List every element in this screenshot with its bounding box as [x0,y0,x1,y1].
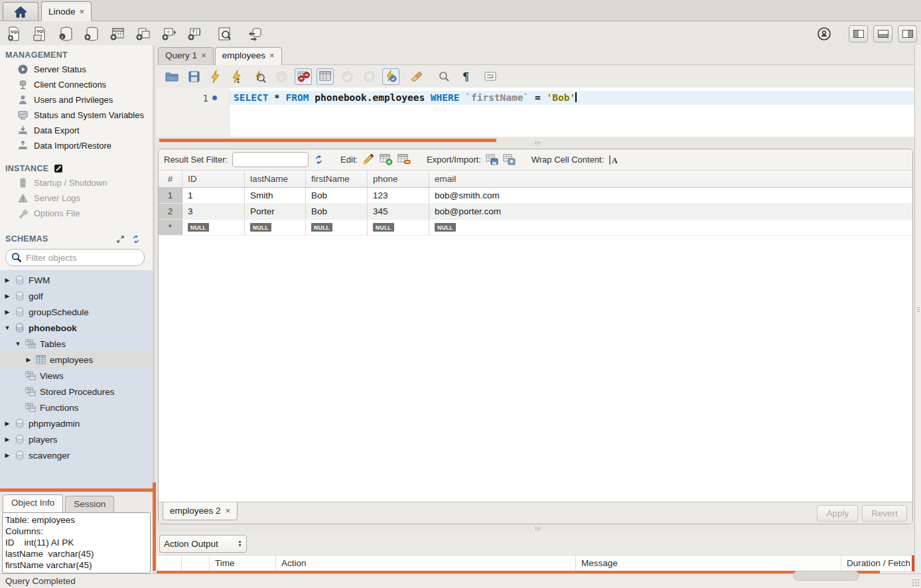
tree-node-views[interactable]: Views [0,368,153,384]
chevron-down-icon[interactable]: ▼ [4,325,11,331]
reconnect-database-button[interactable] [246,25,263,42]
output-col-index[interactable] [182,555,210,571]
chevron-right-icon[interactable]: ▶ [4,293,11,299]
sidebar-item-startup-shutdown[interactable]: Startup / Shutdown [0,175,153,190]
open-script-button[interactable] [163,68,180,85]
result-filter-input[interactable] [232,152,309,167]
revert-button[interactable]: Revert [862,505,907,522]
chevron-right-icon[interactable]: ▶ [25,356,32,363]
schema-node-phpmyadmin[interactable]: ▶phpmyadmin [0,415,153,431]
right-panel-splitter[interactable] [914,45,921,573]
schema-node-scavenger[interactable]: ▶scavenger [0,447,153,463]
save-script-button[interactable] [185,68,202,85]
row-number-cell[interactable]: 1 [159,188,182,203]
create-schema-button[interactable] [83,25,100,42]
grid-cell[interactable]: NULL [245,220,306,235]
create-view-button[interactable] [135,25,152,42]
output-col-header[interactable]: Duration / Fetch [841,555,914,571]
close-icon[interactable]: × [226,506,231,516]
grid-cell[interactable]: NULL [306,220,368,235]
grid-cell[interactable]: bob@smith.com [429,188,912,203]
row-number-cell[interactable]: 2 [159,204,182,219]
toggle-bottom-panel-button[interactable] [873,25,892,42]
sidebar-item-users-privileges[interactable]: Users and Privileges [0,92,153,108]
toggle-left-panel-button[interactable] [849,25,868,42]
close-icon[interactable]: × [269,50,275,60]
tree-node-functions[interactable]: Functions [0,400,153,415]
execute-current-statement-button[interactable] [229,68,246,85]
limit-rows-button[interactable] [317,68,334,85]
create-table-button[interactable] [109,25,126,42]
stop-query-button[interactable] [273,68,290,85]
splitter-grip[interactable] [535,527,540,530]
sidebar-item-system-variables[interactable]: Status and System Variables [0,108,153,123]
edit-cell-icon[interactable] [362,154,375,165]
home-tab[interactable] [3,2,38,21]
keychain-icon[interactable] [817,27,831,41]
output-view-select[interactable]: Action Output ▲▼ [159,535,247,553]
connection-tab[interactable]: Linode × [41,1,92,21]
create-function-button[interactable]: f() [186,25,204,42]
toggle-right-panel-button[interactable] [898,25,917,42]
grid-cell[interactable]: Bob [306,188,368,203]
grid-col-header[interactable]: ID [182,171,245,187]
toggle-invisibles-button[interactable]: ¶ [457,68,474,85]
schema-node-groupschedule[interactable]: ▶groupSchedule [0,304,153,320]
grid-col-header[interactable]: lastName [245,171,306,187]
refresh-grid-icon[interactable] [313,155,324,165]
window-resize-grip[interactable] [912,579,920,587]
tab-object-info[interactable]: Object Info [3,494,63,512]
close-icon[interactable]: × [80,7,85,17]
select-stepper-icon[interactable]: ▲▼ [238,540,242,548]
sql-line-1[interactable]: SELECT * FROM phonebook.employees WHERE … [230,91,914,105]
grid-cell[interactable]: Smith [245,188,306,203]
grid-cell[interactable]: 123 [368,188,429,203]
database-info-button[interactable]: i [57,25,74,42]
horizontal-scrollbar-thumb[interactable] [793,571,859,581]
grid-cell[interactable]: NULL [368,220,429,235]
execute-query-button[interactable] [207,68,224,85]
sidebar-item-data-import[interactable]: Data Import/Restore [0,138,153,153]
sidebar-item-client-connections[interactable]: Client Connections [0,77,153,92]
schema-node-fwm[interactable]: ▶FWM [0,272,153,288]
grid-col-header[interactable]: email [429,171,912,187]
sidebar-item-data-export[interactable]: Data Export [0,123,153,138]
chevron-right-icon[interactable]: ▶ [4,420,11,427]
rollback-button[interactable] [360,68,378,85]
explain-plan-button[interactable] [251,68,268,85]
grid-cell[interactable]: 3 [182,204,245,219]
chevron-right-icon[interactable]: ▶ [4,452,11,459]
tab-employees[interactable]: employees × [215,47,282,65]
sidebar-item-server-logs[interactable]: Server Logs [0,190,153,206]
chevron-right-icon[interactable]: ▶ [4,436,11,443]
result-output-splitter[interactable] [157,524,914,532]
grid-cell[interactable]: 1 [182,188,245,203]
clear-query-button[interactable] [408,68,425,85]
toggle-stop-on-error-button[interactable] [295,68,312,85]
chevron-down-icon[interactable]: ▼ [15,340,21,347]
create-procedure-button[interactable] [161,25,178,42]
grid-cell[interactable]: Bob [306,204,368,219]
commit-button[interactable] [338,68,356,85]
grid-cell[interactable]: Porter [245,204,306,219]
tab-employees-2[interactable]: employees 2 × [163,502,238,520]
insert-row-icon[interactable] [380,154,393,165]
grid-col-header[interactable]: # [159,171,182,187]
grid-col-header[interactable]: phone [368,171,429,187]
output-col-header[interactable]: Time [210,555,276,571]
sql-code-area[interactable]: SELECT * FROM phonebook.employees WHERE … [230,88,914,137]
tab-query-1[interactable]: Query 1 × [158,47,214,64]
grid-cell[interactable]: bob@porter.com [429,204,912,219]
expand-schemas-icon[interactable] [116,235,125,244]
search-table-data-button[interactable] [216,25,234,42]
grid-cell[interactable]: NULL [429,220,912,235]
output-col-header[interactable]: Message [576,555,841,571]
row-number-cell[interactable]: * [159,220,182,235]
filter-objects-input[interactable] [26,253,143,263]
export-recordset-icon[interactable] [486,154,498,165]
schema-node-players[interactable]: ▶players [0,431,153,447]
grid-cell[interactable]: NULL [182,220,245,235]
tree-node-employees[interactable]: ▶employees [0,352,153,368]
apply-button[interactable]: Apply [817,505,858,522]
sql-editor[interactable]: 1 SELECT * FROM phonebook.employees WHER… [157,88,914,137]
